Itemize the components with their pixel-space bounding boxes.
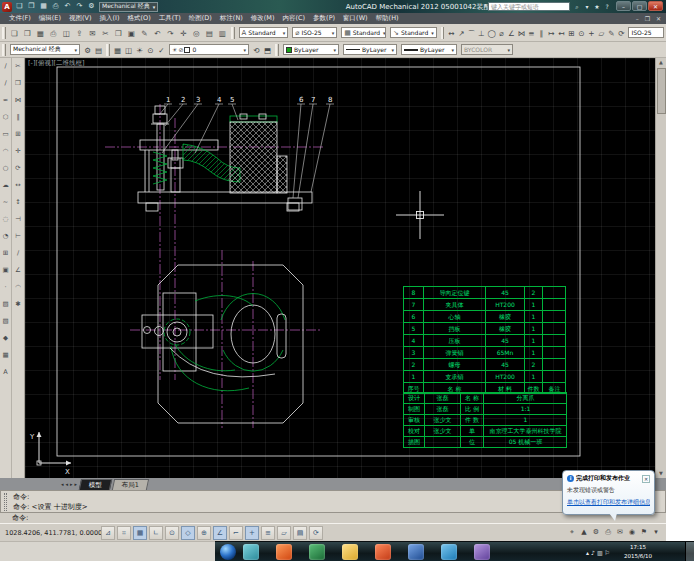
vertical-scrollbar[interactable]: ▲ ▼ xyxy=(655,58,666,478)
balloon-details-link[interactable]: 单击以查看打印和发布详细信息... xyxy=(567,498,650,507)
chamfer-icon[interactable]: ∠ xyxy=(13,262,24,279)
layer-on-icon[interactable]: ☀ xyxy=(134,43,145,56)
plot-icon[interactable]: ⎙ xyxy=(50,1,61,12)
line-icon[interactable]: / xyxy=(0,58,11,75)
erase-icon[interactable]: ✂ xyxy=(13,58,24,75)
search-binoculars-icon[interactable]: ⌕ xyxy=(572,2,582,11)
help-icon[interactable]: ? xyxy=(602,2,612,11)
menu-item[interactable]: 插入(I) xyxy=(96,14,124,23)
polygon-icon[interactable]: ⬡ xyxy=(0,109,11,126)
dim-jogged-icon[interactable]: ▱ xyxy=(596,26,606,39)
dim-tolerance-icon[interactable]: ⊞ xyxy=(566,26,576,39)
table-icon[interactable]: ▦ xyxy=(0,347,11,364)
menu-item[interactable]: 工具(T) xyxy=(155,14,185,23)
menu-item[interactable]: 标注(N) xyxy=(216,14,247,23)
redo-icon[interactable]: ↷ xyxy=(74,1,85,12)
insert-block-icon[interactable]: ⊞ xyxy=(0,245,11,262)
transparency-toggle[interactable]: ▱ xyxy=(277,526,291,540)
clean-screen-icon[interactable]: ⚑ xyxy=(638,526,650,539)
etransmit-icon[interactable]: ✉ xyxy=(86,26,99,39)
workspaces-combo[interactable]: Mechanical 经典▾ xyxy=(10,44,80,55)
dim-style-combo[interactable]: ⌀ ISO-25▾ xyxy=(292,27,337,38)
tab-model[interactable]: 模型 xyxy=(79,479,112,490)
minimize-button[interactable]: – xyxy=(616,1,631,11)
workspace-dropdown[interactable]: Mechanical 经典 ▾ xyxy=(99,2,158,12)
otrack-toggle[interactable]: ∠ xyxy=(213,526,227,540)
taskbar-app-icon[interactable] xyxy=(441,544,457,560)
taskbar-app-icon[interactable] xyxy=(375,544,391,560)
tab-layout1[interactable]: 布局1 xyxy=(112,479,149,490)
dim-radius-icon[interactable]: ◯ xyxy=(486,26,496,39)
toolbar-grip[interactable] xyxy=(275,44,279,56)
workspace-save-icon[interactable]: ▤ xyxy=(93,43,104,56)
extend-icon[interactable]: ⊢ xyxy=(13,228,24,245)
taskbar-app-icon[interactable] xyxy=(342,544,358,560)
3dosnap-toggle[interactable]: ⊕ xyxy=(197,526,211,540)
status-menu-arrow-icon[interactable]: ▾ xyxy=(650,526,662,539)
menu-item[interactable]: 视图(V) xyxy=(65,14,96,23)
ducs-toggle[interactable]: ⌐ xyxy=(229,526,243,540)
gradient-icon[interactable]: ▧ xyxy=(0,313,11,330)
new-icon[interactable]: ❏ xyxy=(14,1,25,12)
ortho-toggle[interactable]: ∟ xyxy=(149,526,163,540)
plot-icon[interactable]: ⎙ xyxy=(47,26,60,39)
break-icon[interactable]: ∕ xyxy=(13,245,24,262)
rotate-icon[interactable]: ⟳ xyxy=(13,160,24,177)
offset-icon[interactable]: ∥ xyxy=(13,109,24,126)
open-icon[interactable]: ❒ xyxy=(21,26,34,39)
infer-constraints-toggle[interactable]: ⊿ xyxy=(101,526,115,540)
xref-notify-icon[interactable]: ✉ xyxy=(614,526,626,539)
plot-preview-icon[interactable]: ◫ xyxy=(60,26,73,39)
redo-icon[interactable]: ↷ xyxy=(164,26,177,39)
save-icon[interactable]: ▦ xyxy=(38,1,49,12)
taskbar-clock[interactable]: 17:15 2015/6/10 xyxy=(612,543,664,561)
dim-aligned-icon[interactable]: ↗ xyxy=(456,26,466,39)
favorites-star-icon[interactable]: ★ xyxy=(592,2,602,11)
open-icon[interactable]: ❒ xyxy=(26,1,37,12)
plot-notify-printer-icon[interactable]: ⎙ xyxy=(602,526,614,539)
dim-centermark-icon[interactable]: ⊙ xyxy=(576,26,586,39)
dim-space-icon[interactable]: ↦ xyxy=(546,26,556,39)
dim-break-icon[interactable]: ↤ xyxy=(556,26,566,39)
trim-icon[interactable]: ⊣ xyxy=(13,211,24,228)
quickprops-toggle[interactable]: ▤ xyxy=(293,526,307,540)
toolbar-grip[interactable] xyxy=(441,27,445,39)
layer-previous-icon[interactable]: ⟲ xyxy=(251,43,262,56)
paste-icon[interactable]: ▣ xyxy=(125,26,138,39)
taskbar-app-icon[interactable] xyxy=(309,544,325,560)
menu-item[interactable]: 参数(P) xyxy=(309,14,339,23)
start-button[interactable] xyxy=(220,544,236,560)
pan-icon[interactable]: ✛ xyxy=(177,26,190,39)
menu-item[interactable]: 内容(C) xyxy=(278,14,309,23)
selection-cycling-toggle[interactable]: ⟳ xyxy=(309,526,323,540)
menu-item[interactable]: 编辑(E) xyxy=(35,14,65,23)
mtext-icon[interactable]: A xyxy=(0,364,11,381)
save-icon[interactable]: ▦ xyxy=(34,26,47,39)
undo-icon[interactable]: ↶ xyxy=(62,1,73,12)
toolbar-grip[interactable] xyxy=(231,27,235,39)
lineweight-toggle[interactable]: ≡ xyxy=(261,526,275,540)
layer-isolate-icon[interactable]: ⬒ xyxy=(262,43,273,56)
scroll-down-icon[interactable]: ▼ xyxy=(656,469,666,478)
layer-states-icon[interactable]: ◫ xyxy=(123,43,134,56)
menu-item[interactable]: 修改(M) xyxy=(247,14,279,23)
publish-icon[interactable]: ⇪ xyxy=(73,26,86,39)
dim-baseline-icon[interactable]: ≡ xyxy=(526,26,536,39)
text-style-combo[interactable]: A Standard▾ xyxy=(239,27,289,38)
cut-icon[interactable]: ✂ xyxy=(99,26,112,39)
stretch-icon[interactable]: ↕ xyxy=(13,194,24,211)
copy-icon[interactable]: ❐ xyxy=(13,75,24,92)
dim-edit-icon[interactable]: ✎ xyxy=(606,26,616,39)
dim-angular-icon[interactable]: ∠ xyxy=(506,26,516,39)
taskbar-app-icon[interactable] xyxy=(474,544,490,560)
region-icon[interactable]: ◆ xyxy=(0,330,11,347)
toolbar-grip[interactable] xyxy=(106,44,110,56)
maximize-button[interactable]: ▢ xyxy=(632,1,647,11)
signin-icon[interactable]: ▾ xyxy=(582,2,592,11)
mirror-icon[interactable]: ⋈ xyxy=(13,92,24,109)
copy-icon[interactable]: ❐ xyxy=(112,26,125,39)
dim-continue-icon[interactable]: ∥ xyxy=(536,26,546,39)
matchprop-icon[interactable]: ✎ xyxy=(138,26,151,39)
show-desktop-button[interactable] xyxy=(685,542,694,561)
annotation-scale-icon[interactable]: ⌖ xyxy=(566,526,578,539)
